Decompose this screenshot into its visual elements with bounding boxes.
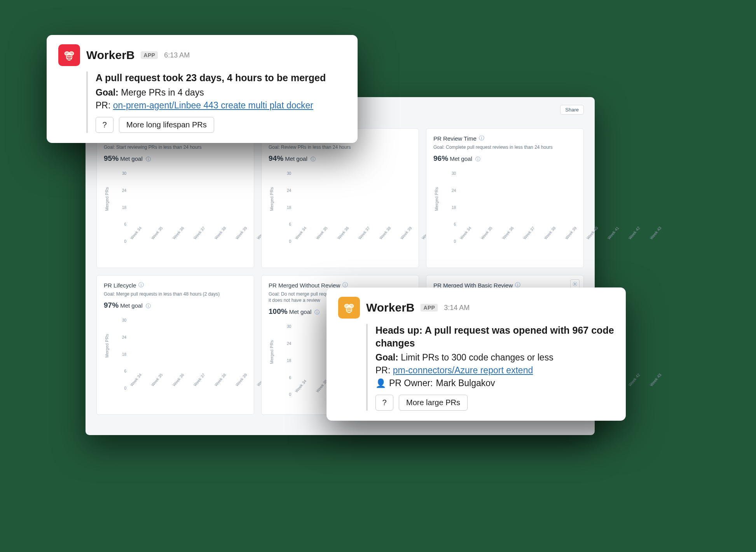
more-long-lifespan-button[interactable]: More long lifespan PRs [119,117,214,133]
card-goal: Goal: Start reviewing PRs in less than 2… [104,144,247,150]
y-tick: 30 [287,324,291,329]
y-tick: 6 [289,222,291,226]
x-tick: Week 40 [584,226,606,248]
y-tick: 0 [124,239,126,244]
y-tick: 30 [122,318,126,322]
bar-chart: Merged PRs 30241860 [433,169,576,252]
y-tick: 18 [287,358,291,362]
info-icon[interactable]: ⓘ [146,303,151,309]
y-tick: 0 [454,239,456,244]
y-tick: 18 [122,205,126,209]
app-badge: APP [421,304,438,312]
card-metric: 96% Met goal ⓘ [433,154,576,163]
goal-label: Goal: [375,352,398,362]
info-icon[interactable]: ⓘ [146,156,151,162]
message-headline: Heads up: A pull request was opened with… [375,324,614,349]
owner-label: PR Owner: [389,378,433,388]
y-tick: 24 [287,188,291,192]
card-goal: Goal: Review PRs in less than 24 hours [269,144,412,150]
y-tick: 6 [454,222,456,226]
slack-message-large-pr: WorkerB APP 3:14 AM Heads up: A pull req… [326,287,626,421]
y-tick: 0 [124,386,126,390]
pr-label: PR: [375,365,390,375]
y-axis-label: Merged PRs [269,340,274,364]
svg-point-6 [349,305,353,308]
y-tick: 0 [289,392,291,397]
workerb-icon [58,44,80,66]
workerb-icon [338,297,360,319]
app-badge: APP [141,51,158,59]
metric-card: PR Pickup Timeⓘ Goal: Start reviewing PR… [96,128,254,268]
y-axis-label: Merged PRs [434,187,439,211]
card-goal: Goal: Complete pull request reviews in l… [433,144,576,150]
y-tick: 18 [122,352,126,356]
share-button[interactable]: Share [560,105,584,115]
y-tick: 24 [287,341,291,346]
x-tick: Week 43 [648,373,669,395]
y-tick: 30 [122,171,126,176]
help-button[interactable]: ? [96,117,113,133]
card-title: PR Lifecycleⓘ [104,282,247,289]
owner-name: Mark Bulgakov [436,378,495,388]
metric-card: PR Review Timeⓘ Goal: Review PRs in less… [261,128,419,268]
y-axis-label: Merged PRs [105,187,109,211]
info-icon[interactable]: ⓘ [311,156,316,162]
card-title: PR Review Timeⓘ [433,135,576,142]
message-time: 3:14 AM [444,304,470,312]
info-icon[interactable]: ⓘ [314,309,320,315]
y-tick: 30 [287,171,291,176]
y-tick: 18 [287,205,291,209]
bar-chart: Merged PRs 30241860 [104,316,247,399]
card-metric: 95% Met goal ⓘ [104,154,247,163]
y-axis-label: Merged PRs [105,334,109,358]
help-icon[interactable]: ⓘ [479,135,484,142]
y-tick: 6 [124,222,126,226]
goal-label: Goal: [96,87,119,98]
svg-point-3 [69,52,73,56]
pr-link[interactable]: on-prem-agent/Linbee 443 create multi pl… [113,100,313,110]
y-tick: 6 [124,369,126,373]
y-tick: 30 [452,171,456,176]
y-tick: 24 [122,188,126,192]
x-tick: Week 43 [648,226,669,248]
x-tick: Week 41 [605,226,627,248]
svg-point-2 [65,52,69,56]
x-tick: Week 42 [626,373,648,395]
y-tick: 0 [289,239,291,244]
goal-text: Limit PRs to 300 code changes or less [401,352,553,362]
info-icon[interactable]: ⓘ [475,156,480,162]
goal-text: Merge PRs in 4 days [121,87,204,98]
card-goal: Goal: Merge pull requests in less than 4… [104,291,247,297]
app-name: WorkerB [366,301,414,314]
message-headline: A pull request took 23 days, 4 hours to … [96,71,346,84]
x-tick: Week 42 [626,226,648,248]
bar-chart: Merged PRs 30241860 [104,169,247,252]
y-axis-label: Merged PRs [269,187,274,211]
more-large-prs-button[interactable]: More large PRs [399,395,468,411]
pr-link[interactable]: pm-connectors/Azure report extend [393,365,533,375]
slack-message-lifespan: WorkerB APP 6:13 AM A pull request took … [47,35,358,143]
person-icon: 👤 [375,378,386,388]
svg-point-5 [345,305,349,308]
card-metric: 94% Met goal ⓘ [269,154,412,163]
help-icon[interactable]: ⓘ [138,282,144,289]
y-tick: 6 [289,375,291,380]
svg-point-0 [574,283,576,285]
y-tick: 24 [452,188,456,192]
bar-chart: Merged PRs 30241860 [269,169,412,252]
help-button[interactable]: ? [375,395,393,411]
message-time: 6:13 AM [164,51,190,59]
pr-label: PR: [96,100,110,110]
y-tick: 18 [452,205,456,209]
y-tick: 24 [122,335,126,339]
app-name: WorkerB [86,49,134,62]
metric-card: PR Lifecycleⓘ Goal: Merge pull requests … [96,275,254,415]
metric-card: PR Review Timeⓘ Goal: Complete pull requ… [426,128,584,268]
card-metric: 97% Met goal ⓘ [104,301,247,310]
